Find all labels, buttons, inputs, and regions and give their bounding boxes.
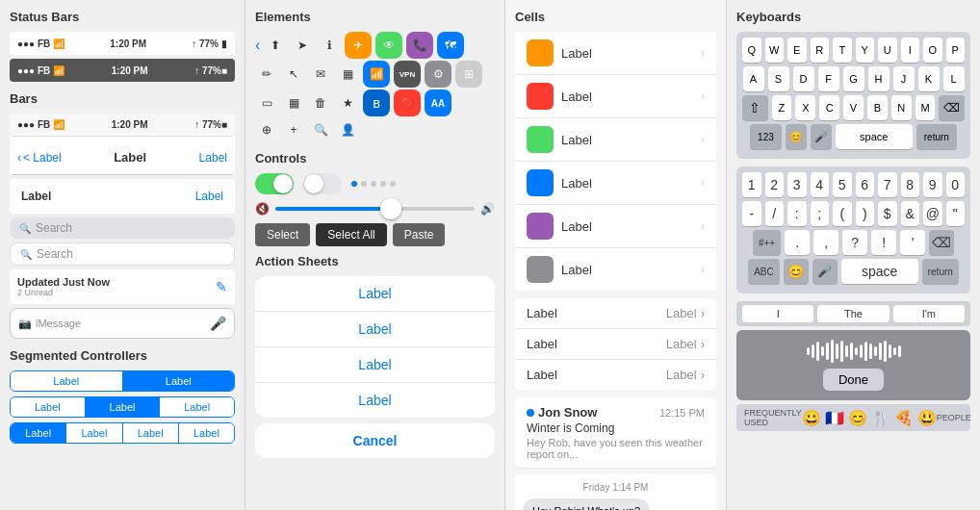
key-o[interactable]: O: [923, 38, 942, 63]
message-preview[interactable]: Jon Snow 12:15 PM Winter is Coming Hey R…: [515, 397, 716, 469]
key-qmark[interactable]: ?: [842, 230, 867, 255]
seg-item-2-2[interactable]: Label: [160, 397, 234, 417]
abc-key[interactable]: ABC: [748, 259, 780, 284]
key-semicolon[interactable]: ;: [811, 201, 830, 226]
key-amp[interactable]: &: [901, 201, 920, 226]
detail-cell-0[interactable]: Label Label ›: [515, 298, 716, 329]
emoji-key[interactable]: 😊: [786, 124, 807, 149]
key-w[interactable]: W: [765, 38, 785, 63]
key-7[interactable]: 7: [878, 172, 897, 197]
vpn-icon[interactable]: VPN: [394, 61, 421, 88]
key-u[interactable]: U: [878, 38, 897, 63]
key-r[interactable]: R: [811, 38, 830, 63]
slider-thumb[interactable]: [380, 198, 401, 219]
key-at[interactable]: @: [923, 201, 942, 226]
key-slash[interactable]: /: [765, 201, 785, 226]
key-apos[interactable]: ': [900, 230, 925, 255]
key-comma[interactable]: ,: [813, 230, 838, 255]
emoji-0[interactable]: 😀: [802, 409, 821, 427]
info-icon[interactable]: ℹ: [318, 34, 341, 57]
rect-icon[interactable]: ▭: [255, 91, 278, 115]
search-bar-gray[interactable]: 🔍 Search: [10, 217, 235, 239]
mic-key[interactable]: 🎤: [811, 124, 832, 149]
key-e[interactable]: E: [787, 38, 807, 63]
key-period[interactable]: .: [785, 230, 810, 255]
bluetooth-icon[interactable]: ʙ: [363, 89, 390, 116]
edit-icon[interactable]: ✎: [216, 279, 227, 294]
nav-action-button[interactable]: Label: [199, 151, 227, 165]
airplane-icon[interactable]: ✈: [345, 32, 372, 59]
text-size-icon[interactable]: AA: [425, 89, 451, 116]
chevron-left-icon[interactable]: ‹: [255, 37, 260, 54]
key-n[interactable]: N: [891, 95, 912, 120]
cell-purple[interactable]: Label ›: [515, 205, 716, 248]
key-f[interactable]: F: [818, 66, 839, 91]
pred-item-1[interactable]: The: [817, 305, 889, 322]
share-icon[interactable]: ⬆: [264, 34, 287, 57]
trash-icon[interactable]: 🗑: [309, 91, 332, 115]
key-g[interactable]: G: [843, 66, 864, 91]
sheet-item-3[interactable]: Label: [255, 383, 495, 418]
cell-gray[interactable]: Label ›: [515, 248, 716, 291]
key-x[interactable]: X: [795, 95, 815, 120]
sheet-item-0[interactable]: Label: [255, 276, 495, 312]
paste-button[interactable]: Paste: [393, 223, 446, 246]
key-b[interactable]: B: [867, 95, 888, 120]
toggle-off[interactable]: [303, 173, 342, 194]
sheet-cancel-button[interactable]: Cancel: [255, 423, 495, 458]
key-i[interactable]: I: [901, 38, 920, 63]
key-h[interactable]: H: [868, 66, 890, 91]
key-p[interactable]: P: [946, 38, 966, 63]
select-button[interactable]: Select: [255, 223, 310, 246]
key-l[interactable]: L: [943, 66, 965, 91]
key-k[interactable]: K: [918, 66, 940, 91]
eye-icon[interactable]: 👁: [375, 32, 402, 59]
send-icon[interactable]: ➤: [291, 34, 314, 57]
key-q[interactable]: Q: [742, 38, 761, 63]
page-dot-1[interactable]: [361, 181, 367, 187]
key-5[interactable]: 5: [833, 172, 852, 197]
key-minus[interactable]: -: [742, 201, 761, 226]
key-t[interactable]: T: [833, 38, 852, 63]
page-dot-0[interactable]: [351, 181, 357, 187]
cell-red[interactable]: Label ›: [515, 75, 716, 118]
sheet-item-1[interactable]: Label: [255, 312, 495, 347]
key-j[interactable]: J: [893, 66, 915, 91]
hash-key[interactable]: #++: [753, 230, 781, 255]
key-quote[interactable]: ": [946, 201, 966, 226]
key-v[interactable]: V: [843, 95, 864, 120]
space-key-2[interactable]: space: [841, 259, 918, 284]
key-exclaim[interactable]: !: [871, 230, 896, 255]
select-all-button[interactable]: Select All: [316, 223, 386, 246]
key-a[interactable]: A: [743, 66, 764, 91]
cell-blue[interactable]: Label ›: [515, 162, 716, 205]
numbers-key[interactable]: 123: [750, 124, 782, 149]
key-2[interactable]: 2: [765, 172, 785, 197]
key-dollar[interactable]: $: [878, 201, 897, 226]
search-icon-lg[interactable]: 🔍: [309, 118, 332, 141]
space-key[interactable]: space: [836, 124, 913, 149]
detail-cell-2[interactable]: Label Label ›: [515, 360, 716, 390]
star-icon[interactable]: ★: [336, 91, 359, 115]
search-bar-white[interactable]: 🔍 Search: [10, 242, 235, 266]
emoji-5[interactable]: 😃: [917, 409, 937, 427]
cell-green[interactable]: Label ›: [515, 118, 716, 162]
key-6[interactable]: 6: [856, 172, 875, 197]
done-button[interactable]: Done: [823, 369, 884, 391]
phone-icon[interactable]: 📞: [406, 32, 433, 59]
key-m[interactable]: M: [916, 95, 936, 120]
plus-icon[interactable]: +: [282, 118, 305, 141]
key-0[interactable]: 0: [946, 172, 966, 197]
pred-item-0[interactable]: I: [742, 305, 813, 322]
page-dot-4[interactable]: [390, 181, 396, 187]
seg-item-1-1[interactable]: Label: [123, 371, 235, 391]
page-dot-3[interactable]: [380, 181, 386, 187]
key-lparen[interactable]: (: [833, 201, 852, 226]
person-icon[interactable]: 👤: [336, 118, 359, 141]
mic-key-2[interactable]: 🎤: [812, 259, 838, 284]
pred-item-2[interactable]: I'm: [893, 305, 965, 322]
key-s[interactable]: S: [768, 66, 789, 91]
backspace-key[interactable]: ⌫: [939, 95, 965, 120]
key-9[interactable]: 9: [923, 172, 942, 197]
key-1[interactable]: 1: [742, 172, 761, 197]
